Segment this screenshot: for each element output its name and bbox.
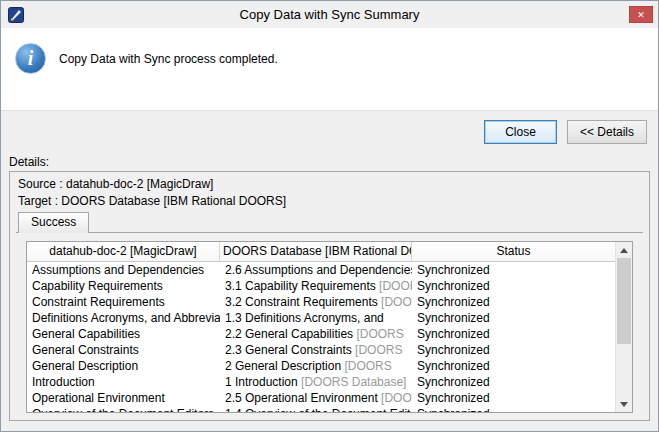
cell-source: Operational Environment (27, 390, 220, 406)
cell-source: Overview of the Document Editors (27, 406, 220, 412)
vertical-scrollbar[interactable] (615, 242, 632, 412)
table-row[interactable]: Constraint Requirements3.2 Constraint Re… (27, 294, 615, 310)
table-main: datahub-doc-2 [MagicDraw] DOORS Database… (27, 242, 615, 412)
cell-status: Synchronized (412, 390, 615, 406)
scroll-up-icon (620, 248, 628, 253)
cell-target-suffix: [DOORS (378, 295, 412, 309)
table-header: datahub-doc-2 [MagicDraw] DOORS Database… (27, 242, 615, 262)
info-icon: i (15, 43, 46, 74)
cell-status: Synchronized (412, 358, 615, 374)
tab-strip: Success (16, 212, 643, 233)
column-header-target[interactable]: DOORS Database [IBM Rational DOO... (220, 242, 412, 262)
details-label: Details: (1, 149, 658, 171)
sync-results-table: datahub-doc-2 [MagicDraw] DOORS Database… (26, 241, 633, 413)
table-row[interactable]: General Capabilities2.2 General Capabili… (27, 326, 615, 342)
cell-source: Capability Requirements (27, 278, 220, 294)
details-panel: Source : datahub-doc-2 [MagicDraw] Targe… (9, 171, 650, 421)
cell-status: Synchronized (412, 310, 615, 326)
tab-success[interactable]: Success (18, 212, 89, 233)
cell-status: Synchronized (412, 326, 615, 342)
cell-source: General Constraints (27, 342, 220, 358)
info-icon-glyph: i (28, 47, 34, 70)
cell-target-suffix: [DOORS (376, 279, 412, 293)
tab-pane: datahub-doc-2 [MagicDraw] DOORS Database… (16, 233, 643, 413)
button-row: Close << Details (1, 111, 658, 149)
target-line: Target : DOORS Database [IBM Rational DO… (16, 193, 643, 210)
cell-status: Synchronized (412, 406, 615, 412)
close-icon: ✕ (637, 10, 645, 20)
cell-target-suffix: [DOORS (352, 343, 403, 357)
cell-status: Synchronized (412, 262, 615, 278)
cell-target: 1.4 Overview of the Document Editors (220, 406, 412, 412)
cell-target-suffix: [DOORS (378, 391, 412, 405)
dialog-window: Copy Data with Sync Summary ✕ i Copy Dat… (0, 0, 659, 432)
cell-status: Synchronized (412, 294, 615, 310)
column-header-source[interactable]: datahub-doc-2 [MagicDraw] (27, 242, 220, 262)
scrollbar-thumb[interactable] (617, 258, 631, 344)
cell-source: Definitions Acronyms, and Abbreviat... (27, 310, 220, 326)
table-row[interactable]: Capability Requirements3.1 Capability Re… (27, 278, 615, 294)
table-row[interactable]: General Description2 General Description… (27, 358, 615, 374)
cell-source: Assumptions and Dependencies (27, 262, 220, 278)
source-line: Source : datahub-doc-2 [MagicDraw] (16, 176, 643, 193)
cell-target: 3.1 Capability Requirements [DOORS (220, 278, 412, 294)
scroll-down-button[interactable] (616, 396, 632, 412)
table-row[interactable]: General Constraints2.3 General Constrain… (27, 342, 615, 358)
scrollbar-track[interactable] (616, 258, 632, 396)
cell-status: Synchronized (412, 374, 615, 390)
cell-target: 1 Introduction [DOORS Database] (220, 374, 412, 390)
scroll-down-icon (620, 402, 628, 407)
window-close-button[interactable]: ✕ (629, 6, 653, 23)
app-icon (8, 7, 24, 23)
table-row[interactable]: Definitions Acronyms, and Abbreviat...1.… (27, 310, 615, 326)
cell-target: 2.5 Operational Environment [DOORS (220, 390, 412, 406)
cell-target: 2.6 Assumptions and Dependencies (220, 262, 412, 278)
table-row[interactable]: Introduction1 Introduction [DOORS Databa… (27, 374, 615, 390)
cell-target: 2 General Description [DOORS (220, 358, 412, 374)
cell-target: 3.2 Constraint Requirements [DOORS (220, 294, 412, 310)
table-row[interactable]: Operational Environment2.5 Operational E… (27, 390, 615, 406)
cell-target-suffix: [DOORS (341, 359, 392, 373)
message-panel: i Copy Data with Sync process completed. (1, 28, 658, 111)
titlebar[interactable]: Copy Data with Sync Summary ✕ (1, 1, 658, 28)
table-rows: Assumptions and Dependencies2.6 Assumpti… (27, 262, 615, 412)
message-text: Copy Data with Sync process completed. (59, 43, 278, 66)
cell-target: 2.2 General Capabilities [DOORS (220, 326, 412, 342)
cell-target: 2.3 General Constraints [DOORS (220, 342, 412, 358)
cell-target-suffix: [DOORS (353, 327, 404, 341)
cell-source: Constraint Requirements (27, 294, 220, 310)
cell-source: Introduction (27, 374, 220, 390)
cell-status: Synchronized (412, 278, 615, 294)
column-header-status[interactable]: Status (412, 242, 615, 262)
table-row[interactable]: Overview of the Document Editors1.4 Over… (27, 406, 615, 412)
cell-target-suffix: [DOORS Database] (298, 375, 407, 389)
scroll-up-button[interactable] (616, 242, 632, 258)
window-title: Copy Data with Sync Summary (1, 7, 658, 22)
details-toggle-button[interactable]: << Details (567, 120, 647, 144)
close-button[interactable]: Close (484, 120, 557, 144)
cell-status: Synchronized (412, 342, 615, 358)
cell-target: 1.3 Definitions Acronyms, and (220, 310, 412, 326)
table-row[interactable]: Assumptions and Dependencies2.6 Assumpti… (27, 262, 615, 278)
cell-source: General Description (27, 358, 220, 374)
cell-source: General Capabilities (27, 326, 220, 342)
